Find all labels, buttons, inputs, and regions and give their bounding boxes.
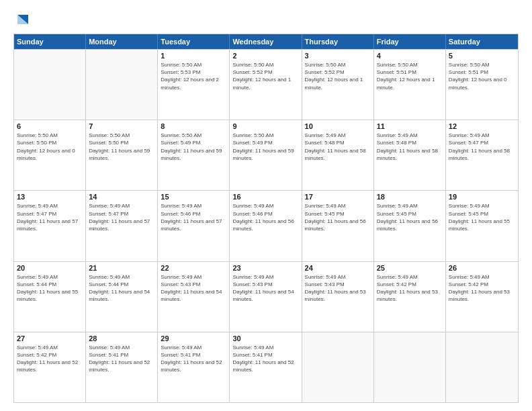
calendar-cell xyxy=(302,332,374,402)
cell-day-number: 26 xyxy=(449,264,515,272)
calendar-cell: 23 Sunrise: 5:49 AM Sunset: 5:43 PM Dayl… xyxy=(230,262,302,332)
logo xyxy=(13,12,30,27)
cell-day-number: 10 xyxy=(305,122,371,130)
calendar-cell: 18 Sunrise: 5:49 AM Sunset: 5:45 PM Dayl… xyxy=(374,191,446,261)
calendar-cell xyxy=(86,50,158,120)
cell-info: Sunrise: 5:50 AM Sunset: 5:49 PM Dayligh… xyxy=(161,132,226,162)
header-sunday: Sunday xyxy=(14,34,86,49)
calendar-cell: 22 Sunrise: 5:49 AM Sunset: 5:43 PM Dayl… xyxy=(158,262,230,332)
calendar: Sunday Monday Tuesday Wednesday Thursday… xyxy=(13,34,519,403)
calendar-cell: 20 Sunrise: 5:49 AM Sunset: 5:44 PM Dayl… xyxy=(14,262,86,332)
calendar-row: 1 Sunrise: 5:50 AM Sunset: 5:53 PM Dayli… xyxy=(14,49,518,120)
header-monday: Monday xyxy=(86,34,158,49)
cell-info: Sunrise: 5:49 AM Sunset: 5:43 PM Dayligh… xyxy=(232,273,298,304)
calendar-row: 27 Sunrise: 5:49 AM Sunset: 5:42 PM Dayl… xyxy=(14,332,518,402)
header-wednesday: Wednesday xyxy=(230,34,302,49)
calendar-cell: 2 Sunrise: 5:50 AM Sunset: 5:52 PM Dayli… xyxy=(230,50,302,120)
calendar-cell: 11 Sunrise: 5:49 AM Sunset: 5:48 PM Dayl… xyxy=(374,120,446,190)
cell-day-number: 8 xyxy=(161,122,226,130)
cell-info: Sunrise: 5:49 AM Sunset: 5:44 PM Dayligh… xyxy=(89,273,154,304)
cell-day-number: 6 xyxy=(17,122,83,130)
calendar-cell: 19 Sunrise: 5:49 AM Sunset: 5:45 PM Dayl… xyxy=(446,191,518,261)
cell-day-number: 3 xyxy=(305,52,371,60)
cell-info: Sunrise: 5:49 AM Sunset: 5:42 PM Dayligh… xyxy=(449,273,515,304)
cell-info: Sunrise: 5:50 AM Sunset: 5:50 PM Dayligh… xyxy=(17,132,83,162)
cell-info: Sunrise: 5:49 AM Sunset: 5:42 PM Dayligh… xyxy=(377,273,443,304)
calendar-cell: 7 Sunrise: 5:50 AM Sunset: 5:50 PM Dayli… xyxy=(86,120,158,190)
cell-info: Sunrise: 5:50 AM Sunset: 5:51 PM Dayligh… xyxy=(449,61,515,91)
cell-day-number: 19 xyxy=(449,193,515,201)
calendar-cell: 24 Sunrise: 5:49 AM Sunset: 5:43 PM Dayl… xyxy=(302,262,374,332)
cell-day-number: 29 xyxy=(161,334,226,342)
calendar-cell: 25 Sunrise: 5:49 AM Sunset: 5:42 PM Dayl… xyxy=(374,262,446,332)
calendar-cell xyxy=(446,332,518,402)
calendar-cell: 21 Sunrise: 5:49 AM Sunset: 5:44 PM Dayl… xyxy=(86,262,158,332)
calendar-row: 6 Sunrise: 5:50 AM Sunset: 5:50 PM Dayli… xyxy=(14,120,518,190)
cell-info: Sunrise: 5:49 AM Sunset: 5:42 PM Dayligh… xyxy=(17,344,83,374)
cell-info: Sunrise: 5:50 AM Sunset: 5:49 PM Dayligh… xyxy=(232,132,298,162)
cell-info: Sunrise: 5:49 AM Sunset: 5:47 PM Dayligh… xyxy=(89,202,154,232)
cell-info: Sunrise: 5:49 AM Sunset: 5:47 PM Dayligh… xyxy=(449,132,515,162)
cell-info: Sunrise: 5:49 AM Sunset: 5:48 PM Dayligh… xyxy=(305,132,371,162)
cell-info: Sunrise: 5:49 AM Sunset: 5:43 PM Dayligh… xyxy=(305,273,371,304)
calendar-cell: 9 Sunrise: 5:50 AM Sunset: 5:49 PM Dayli… xyxy=(230,120,302,190)
cell-info: Sunrise: 5:49 AM Sunset: 5:45 PM Dayligh… xyxy=(377,202,443,232)
page: Sunday Monday Tuesday Wednesday Thursday… xyxy=(0,0,532,411)
cell-info: Sunrise: 5:50 AM Sunset: 5:51 PM Dayligh… xyxy=(377,61,443,91)
calendar-cell: 5 Sunrise: 5:50 AM Sunset: 5:51 PM Dayli… xyxy=(446,50,518,120)
cell-day-number: 14 xyxy=(89,193,154,201)
calendar-cell xyxy=(14,50,86,120)
header-tuesday: Tuesday xyxy=(158,34,230,49)
cell-day-number: 30 xyxy=(232,334,298,342)
cell-day-number: 9 xyxy=(232,122,298,130)
cell-info: Sunrise: 5:49 AM Sunset: 5:46 PM Dayligh… xyxy=(161,202,226,232)
cell-info: Sunrise: 5:49 AM Sunset: 5:43 PM Dayligh… xyxy=(161,273,226,304)
cell-day-number: 22 xyxy=(161,264,226,272)
header-saturday: Saturday xyxy=(446,34,518,49)
cell-day-number: 12 xyxy=(449,122,515,130)
cell-info: Sunrise: 5:50 AM Sunset: 5:50 PM Dayligh… xyxy=(89,132,154,162)
cell-day-number: 5 xyxy=(449,52,515,60)
calendar-cell: 1 Sunrise: 5:50 AM Sunset: 5:53 PM Dayli… xyxy=(158,50,230,120)
calendar-cell xyxy=(374,332,446,402)
cell-day-number: 13 xyxy=(17,193,83,201)
calendar-row: 13 Sunrise: 5:49 AM Sunset: 5:47 PM Dayl… xyxy=(14,190,518,261)
cell-info: Sunrise: 5:49 AM Sunset: 5:45 PM Dayligh… xyxy=(449,202,515,232)
calendar-cell: 26 Sunrise: 5:49 AM Sunset: 5:42 PM Dayl… xyxy=(446,262,518,332)
calendar-row: 20 Sunrise: 5:49 AM Sunset: 5:44 PM Dayl… xyxy=(14,261,518,332)
cell-day-number: 1 xyxy=(161,52,226,60)
cell-day-number: 18 xyxy=(377,193,443,201)
cell-info: Sunrise: 5:49 AM Sunset: 5:47 PM Dayligh… xyxy=(17,202,83,232)
header-friday: Friday xyxy=(374,34,446,49)
calendar-cell: 27 Sunrise: 5:49 AM Sunset: 5:42 PM Dayl… xyxy=(14,332,86,402)
cell-day-number: 20 xyxy=(17,264,83,272)
calendar-cell: 8 Sunrise: 5:50 AM Sunset: 5:49 PM Dayli… xyxy=(158,120,230,190)
calendar-cell: 12 Sunrise: 5:49 AM Sunset: 5:47 PM Dayl… xyxy=(446,120,518,190)
cell-day-number: 15 xyxy=(161,193,226,201)
cell-day-number: 7 xyxy=(89,122,154,130)
calendar-body: 1 Sunrise: 5:50 AM Sunset: 5:53 PM Dayli… xyxy=(14,49,518,402)
cell-info: Sunrise: 5:49 AM Sunset: 5:48 PM Dayligh… xyxy=(377,132,443,162)
cell-day-number: 4 xyxy=(377,52,443,60)
cell-info: Sunrise: 5:49 AM Sunset: 5:46 PM Dayligh… xyxy=(232,202,298,232)
cell-day-number: 28 xyxy=(89,334,154,342)
cell-day-number: 24 xyxy=(305,264,371,272)
header xyxy=(13,12,519,27)
cell-day-number: 25 xyxy=(377,264,443,272)
cell-info: Sunrise: 5:49 AM Sunset: 5:44 PM Dayligh… xyxy=(17,273,83,304)
calendar-cell: 14 Sunrise: 5:49 AM Sunset: 5:47 PM Dayl… xyxy=(86,191,158,261)
cell-info: Sunrise: 5:50 AM Sunset: 5:52 PM Dayligh… xyxy=(232,61,298,91)
cell-day-number: 21 xyxy=(89,264,154,272)
calendar-cell: 30 Sunrise: 5:49 AM Sunset: 5:41 PM Dayl… xyxy=(230,332,302,402)
cell-day-number: 16 xyxy=(232,193,298,201)
calendar-cell: 13 Sunrise: 5:49 AM Sunset: 5:47 PM Dayl… xyxy=(14,191,86,261)
cell-day-number: 2 xyxy=(232,52,298,60)
calendar-cell: 17 Sunrise: 5:49 AM Sunset: 5:45 PM Dayl… xyxy=(302,191,374,261)
cell-info: Sunrise: 5:49 AM Sunset: 5:45 PM Dayligh… xyxy=(305,202,371,232)
cell-day-number: 17 xyxy=(305,193,371,201)
cell-info: Sunrise: 5:49 AM Sunset: 5:41 PM Dayligh… xyxy=(232,344,298,374)
calendar-header: Sunday Monday Tuesday Wednesday Thursday… xyxy=(14,34,518,49)
cell-day-number: 11 xyxy=(377,122,443,130)
cell-info: Sunrise: 5:50 AM Sunset: 5:52 PM Dayligh… xyxy=(305,61,371,91)
calendar-cell: 28 Sunrise: 5:49 AM Sunset: 5:41 PM Dayl… xyxy=(86,332,158,402)
